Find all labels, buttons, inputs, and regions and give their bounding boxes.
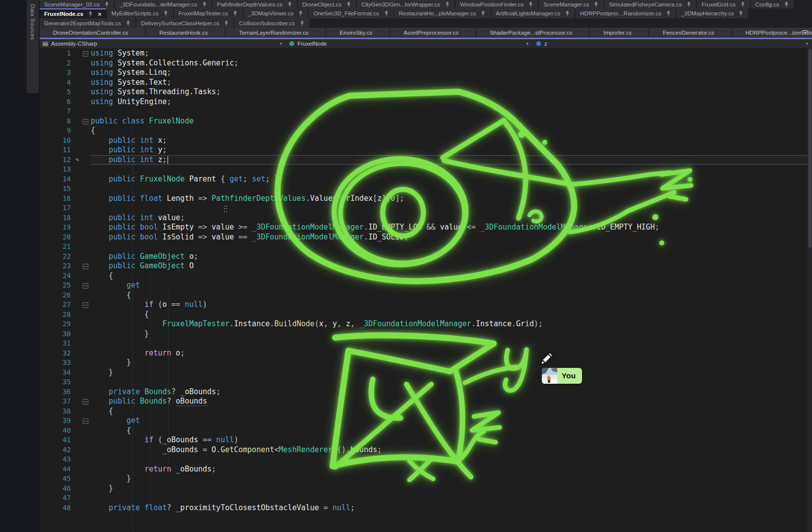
code-line-41[interactable]: 41 if (_oBounds == null) <box>40 435 812 445</box>
pin-icon[interactable] <box>565 10 570 16</box>
pin-icon[interactable] <box>299 20 305 26</box>
code-line-17[interactable]: 17 <box>40 203 812 213</box>
pin-icon[interactable] <box>346 1 351 7</box>
tab-HDRPPostproc...Randomizer.cs[interactable]: HDRPPostproc...Randomizer.cs <box>576 8 676 18</box>
code-line-44[interactable]: 44 return _oBounds; <box>40 465 812 474</box>
project-dropdown[interactable]: Assembly-CSharp ▾ <box>40 39 286 48</box>
pin-icon[interactable] <box>738 10 744 16</box>
tab-Generator2ExportMapTools.cs[interactable]: Generator2ExportMapTools.cs <box>40 18 135 28</box>
vertical-scrollbar[interactable] <box>808 48 812 532</box>
pin-icon[interactable] <box>686 1 692 7</box>
code-line-4[interactable]: 4using System.Text; <box>40 78 812 88</box>
code-line-8[interactable]: 8−public class FruxelNode <box>40 117 812 126</box>
code-line-22[interactable]: 22 public GameObject o; <box>40 252 812 262</box>
code-line-15[interactable]: 15 <box>40 184 812 194</box>
code-line-30[interactable]: 30 } <box>40 329 812 339</box>
pin-icon[interactable] <box>287 1 292 7</box>
code-line-38[interactable]: 38 { <box>40 407 812 416</box>
member-dropdown[interactable]: z ▾ <box>532 39 812 48</box>
code-line-24[interactable]: 24 { <box>40 271 812 281</box>
code-line-23[interactable]: 23− public GameObject O <box>40 261 812 271</box>
code-line-5[interactable]: 5using System.Threading.Tasks; <box>40 87 812 97</box>
data-sources-panel-tab[interactable]: Data Sources <box>27 0 39 93</box>
tab-ArtificialLightsManager.cs[interactable]: ArtificialLightsManager.cs <box>491 8 575 18</box>
code-editor[interactable]: 1−using System;2using System.Collections… <box>40 48 812 532</box>
pin-icon[interactable] <box>666 10 671 16</box>
code-line-21[interactable]: 21 <box>40 242 812 252</box>
pin-icon[interactable] <box>104 1 110 7</box>
code-line-18[interactable]: 18 public int value; <box>40 213 812 223</box>
code-line-11[interactable]: 11 public int y; <box>40 145 812 155</box>
code-line-26[interactable]: 26 { <box>40 291 812 300</box>
code-line-32[interactable]: 32 return o; <box>40 349 812 358</box>
code-line-43[interactable]: 43 <box>40 455 812 465</box>
pin-icon[interactable] <box>163 10 169 16</box>
code-line-40[interactable]: 40 { <box>40 426 812 436</box>
tab-AssetPreprocessor.cs[interactable]: AssetPreprocessor.cs <box>390 28 475 38</box>
code-line-16[interactable]: 16 public float Length => PathfinderDept… <box>40 194 812 204</box>
tab-TerrainLayerRandomizer.cs[interactable]: TerrainLayerRandomizer.cs <box>226 28 325 38</box>
pin-icon[interactable] <box>593 1 599 7</box>
tab-HDRPPostproce...izerEditor.cs[interactable]: HDRPPostproce...izerEditor.cs <box>732 28 812 38</box>
tab-Config.cs[interactable]: Config.cs <box>751 0 794 8</box>
pin-icon[interactable] <box>232 10 238 16</box>
pin-icon[interactable] <box>88 11 93 17</box>
tab-FruxelMapTester.cs[interactable]: FruxelMapTester.cs <box>174 8 242 18</box>
type-dropdown[interactable]: FruxelNode ▾ <box>286 39 532 48</box>
tab-OneSec3D_FileFormat.cs[interactable]: OneSec3D_FileFormat.cs <box>309 8 393 18</box>
scrollbar-thumb[interactable] <box>808 49 812 247</box>
code-line-29[interactable]: 29 FruxelMapTester.Instance.BuildNode(x,… <box>40 319 812 329</box>
code-line-37[interactable]: 37− public Bounds? oBounds <box>40 397 812 407</box>
tab-RestaurantHook.cs[interactable]: RestaurantHook.cs <box>146 28 225 38</box>
fold-collapse-icon[interactable]: − <box>83 399 88 405</box>
fold-collapse-icon[interactable]: − <box>83 264 88 269</box>
code-line-25[interactable]: 25− get <box>40 281 812 291</box>
code-line-12[interactable]: 12✎ public int z; <box>40 155 812 165</box>
code-line-47[interactable]: 47 <box>40 493 812 503</box>
code-line-34[interactable]: 34 } <box>40 368 812 378</box>
pin-icon[interactable] <box>298 10 303 16</box>
fold-collapse-icon[interactable]: − <box>83 51 88 57</box>
fold-collapse-icon[interactable]: − <box>83 302 88 308</box>
tab-EnviroSky.cs[interactable]: EnviroSky.cs <box>326 28 389 38</box>
code-line-20[interactable]: 20 public bool IsSolid => value == _3DFo… <box>40 233 812 242</box>
close-icon[interactable]: × <box>98 11 102 17</box>
code-line-19[interactable]: 19 public bool IsEmpty => value >= _3DFo… <box>40 223 812 233</box>
tab-active-FruxelNode.cs[interactable]: FruxelNode.cs× <box>40 8 106 18</box>
pin-icon[interactable] <box>224 20 229 26</box>
tab-ShaderPackage...stProcessor.cs[interactable]: ShaderPackage...stProcessor.cs <box>476 28 589 38</box>
code-line-48[interactable]: 48 private float? _proximityToClosestObs… <box>40 503 812 513</box>
tab-SimulatedFisheyeCamera.cs[interactable]: SimulatedFisheyeCamera.cs <box>604 0 696 8</box>
code-line-45[interactable]: 45 } <box>40 474 812 484</box>
code-line-13[interactable]: 13 <box>40 165 812 175</box>
tab-CollisionSubscriber.cs[interactable]: CollisionSubscriber.cs <box>234 18 309 28</box>
pin-icon[interactable] <box>125 20 131 26</box>
code-line-35[interactable]: 35 <box>40 377 812 387</box>
pin-icon[interactable] <box>740 1 746 7</box>
tab-DroneObject.cs[interactable]: DroneObject.cs <box>298 0 356 8</box>
code-line-10[interactable]: 10 public int x; <box>40 136 812 146</box>
tab-SceneManager_02.cs[interactable]: SceneManager_02.cs <box>40 0 114 8</box>
tab-RestaurantHo...pleManager.cs[interactable]: RestaurantHo...pleManager.cs <box>395 8 490 18</box>
code-line-2[interactable]: 2using System.Collections.Generic; <box>40 59 812 68</box>
pin-icon[interactable] <box>784 1 789 7</box>
code-line-7[interactable]: 7 <box>40 107 812 117</box>
code-line-6[interactable]: 6using UnityEngine; <box>40 97 812 107</box>
tab-_3DFoundatio...delManager.cs[interactable]: _3DFoundatio...delManager.cs <box>115 0 212 8</box>
code-line-9[interactable]: 9{ <box>40 126 812 136</box>
pin-icon[interactable] <box>445 1 450 7</box>
tab-_3DMapViewer.cs[interactable]: _3DMapViewer.cs <box>243 8 308 18</box>
pin-icon[interactable] <box>480 10 486 16</box>
tab-PathfinderDepthValues.cs[interactable]: PathfinderDepthValues.cs <box>213 0 297 8</box>
code-line-3[interactable]: 3using System.Linq; <box>40 68 812 78</box>
tab-DroneOrientationController.cs[interactable]: DroneOrientationController.cs <box>40 28 145 38</box>
tab-FruxelGrid.cs[interactable]: FruxelGrid.cs <box>697 0 750 8</box>
fold-collapse-icon[interactable]: − <box>83 119 88 124</box>
tab-CityGen3DGen...torWrapper.cs[interactable]: CityGen3DGen...torWrapper.cs <box>357 0 455 8</box>
code-line-42[interactable]: 42 _oBounds = O.GetComponent<MeshRendere… <box>40 445 812 455</box>
tab-SceneManager.cs[interactable]: SceneManager.cs <box>539 0 603 8</box>
fold-collapse-icon[interactable]: − <box>83 418 88 424</box>
code-line-27[interactable]: 27− if (o == null) <box>40 300 812 310</box>
window-list-icon[interactable] <box>802 30 808 35</box>
code-line-33[interactable]: 33 } <box>40 358 812 368</box>
